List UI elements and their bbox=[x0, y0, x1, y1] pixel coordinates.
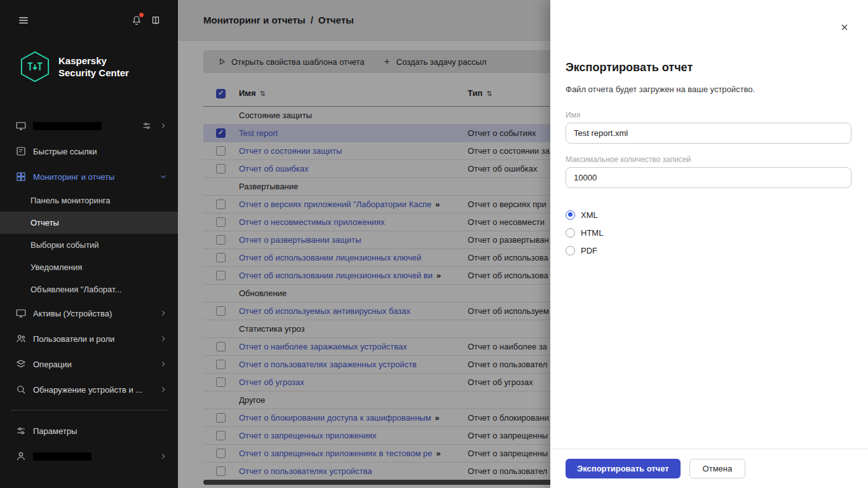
server-monitor-icon bbox=[15, 120, 27, 132]
sidebar-item-label: Операции bbox=[33, 360, 72, 369]
kaspersky-hexagon-icon bbox=[19, 50, 51, 84]
cancel-button[interactable]: Отмена bbox=[689, 459, 746, 478]
users-icon bbox=[15, 333, 27, 344]
hamburger-menu-icon[interactable] bbox=[14, 11, 33, 30]
radio-button[interactable] bbox=[566, 228, 575, 238]
sidebar-item-notifications[interactable]: Уведомления bbox=[0, 256, 178, 278]
name-field-label: Имя bbox=[566, 111, 851, 119]
sidebar-top-bar bbox=[0, 0, 178, 41]
sidebar-item-event-selections[interactable]: Выборки событий bbox=[0, 234, 178, 256]
logo-line2: Security Center bbox=[58, 67, 129, 79]
format-option-pdf[interactable]: PDF bbox=[566, 241, 851, 259]
sidebar-item-users-roles[interactable]: Пользователи и роли bbox=[0, 326, 178, 351]
radio-label: PDF bbox=[581, 246, 597, 255]
max-records-input[interactable] bbox=[566, 167, 851, 188]
sidebar-item-monitoring[interactable]: Мониторинг и отчеты bbox=[0, 164, 178, 189]
sidebar-item-label: Обнаружение устройств и ... bbox=[33, 385, 142, 395]
format-option-xml[interactable]: XML bbox=[566, 206, 851, 224]
redacted-user-name bbox=[33, 452, 92, 461]
drawer-footer: Экспортировать отчет Отмена bbox=[550, 449, 868, 488]
app-root: Kaspersky Security Center bbox=[0, 0, 868, 488]
sidebar-menu: Быстрые ссылки Мониторинг и отчеты Панел… bbox=[0, 113, 178, 469]
sidebar-item-dashboard[interactable]: Панель мониторинга bbox=[0, 189, 178, 212]
logo-line1: Kaspersky bbox=[58, 55, 129, 67]
monitoring-grid-icon bbox=[15, 171, 27, 182]
radio-button[interactable] bbox=[566, 246, 575, 255]
sidebar-item-label: Мониторинг и отчеты bbox=[33, 172, 114, 182]
max-records-label: Максимальное количество записей bbox=[566, 155, 851, 164]
sidebar-item-discovery[interactable]: Обнаружение устройств и ... bbox=[0, 377, 178, 402]
radio-label: XML bbox=[581, 210, 598, 220]
chevron-right-icon bbox=[159, 121, 168, 130]
format-option-html[interactable]: HTML bbox=[566, 224, 851, 241]
drawer-subtitle: Файл отчета будет загружен на ваше устро… bbox=[566, 85, 851, 94]
operations-icon bbox=[15, 358, 27, 370]
sidebar-item-settings[interactable]: Параметры bbox=[0, 418, 178, 444]
sidebar-item-reports[interactable]: Отчеты bbox=[0, 212, 178, 234]
sidebar-item-label: Пользователи и роли bbox=[33, 334, 114, 344]
user-icon bbox=[15, 451, 27, 462]
sidebar-divider bbox=[10, 410, 168, 410]
settings-sliders-icon bbox=[15, 425, 27, 437]
search-icon bbox=[15, 384, 27, 395]
sidebar-item-assets[interactable]: Активы (Устройства) bbox=[0, 301, 178, 326]
sidebar-item-operations[interactable]: Операции bbox=[0, 351, 178, 377]
export-report-button[interactable]: Экспортировать отчет bbox=[566, 459, 681, 478]
radio-label: HTML bbox=[581, 228, 603, 238]
redacted-server-name bbox=[33, 122, 102, 130]
sidebar-item-quick-links[interactable]: Быстрые ссылки bbox=[0, 139, 178, 164]
sidebar-item-label: Активы (Устройства) bbox=[33, 309, 112, 318]
devices-icon bbox=[15, 308, 27, 319]
sidebar-item-user-account[interactable] bbox=[0, 444, 178, 469]
kaspersky-logo: Kaspersky Security Center bbox=[19, 48, 178, 85]
radio-button[interactable] bbox=[566, 210, 575, 220]
quick-links-icon bbox=[15, 146, 27, 157]
close-icon[interactable] bbox=[837, 20, 851, 34]
report-name-input[interactable] bbox=[566, 123, 851, 144]
chevron-down-icon bbox=[159, 172, 168, 181]
sidebar-item-announcements[interactable]: Объявления "Лаборат... bbox=[0, 278, 178, 301]
export-report-drawer: Экспортировать отчет Файл отчета будет з… bbox=[550, 0, 868, 488]
notifications-bell-icon[interactable] bbox=[127, 11, 146, 30]
chevron-right-icon bbox=[159, 360, 168, 369]
notification-badge bbox=[139, 13, 144, 17]
server-settings-icon[interactable] bbox=[141, 120, 153, 132]
help-book-icon[interactable] bbox=[146, 11, 165, 30]
drawer-title: Экспортировать отчет bbox=[566, 61, 851, 74]
chevron-right-icon bbox=[159, 334, 168, 343]
sidebar: Kaspersky Security Center bbox=[0, 0, 178, 488]
sidebar-item-server[interactable] bbox=[0, 113, 178, 139]
chevron-right-icon bbox=[159, 309, 168, 318]
sidebar-item-label: Быстрые ссылки bbox=[33, 147, 97, 156]
sidebar-item-label: Параметры bbox=[33, 426, 77, 436]
chevron-right-icon bbox=[159, 452, 168, 461]
chevron-right-icon bbox=[159, 385, 168, 394]
